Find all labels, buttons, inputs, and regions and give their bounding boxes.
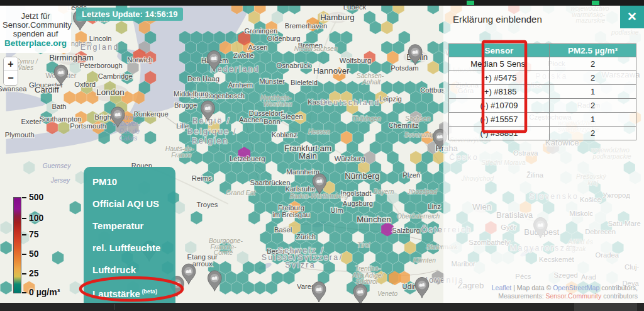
map-label: Plzeň bbox=[402, 171, 420, 179]
sensor-community-link[interactable]: Sensor.Community bbox=[546, 292, 602, 300]
sensor-pin[interactable] bbox=[353, 285, 367, 303]
browser-chrome-top bbox=[0, 0, 644, 6]
osm-link[interactable]: OpenStreetMap bbox=[553, 284, 599, 291]
layer-menu-item-rel-luftfeuchte[interactable]: rel. Luftfeuchte bbox=[84, 237, 175, 259]
close-icon[interactable]: ✕ bbox=[620, 6, 644, 28]
map-label: Belgien bbox=[192, 137, 228, 145]
map-label: Veneto bbox=[377, 290, 398, 297]
attribution-text: Measurements: bbox=[498, 292, 545, 300]
map-label: Trentino- bbox=[355, 265, 380, 272]
color-scale-legend: 5001007550250 µg/m³ bbox=[13, 197, 21, 293]
map-label: Nederland bbox=[210, 65, 260, 74]
map-label: Jihozápad bbox=[406, 188, 436, 195]
attribution-text: | Map data © bbox=[511, 284, 553, 291]
attribution-text: contributors bbox=[601, 292, 638, 300]
zoom-in-button[interactable]: + bbox=[4, 57, 18, 71]
map-label: Oxford bbox=[74, 81, 96, 88]
map-label: Main bbox=[299, 151, 317, 161]
map-label: Cardiff bbox=[35, 85, 59, 94]
map-label: Sachsen bbox=[405, 115, 430, 122]
panel-title: Erklärung einblenden bbox=[453, 14, 542, 25]
table-row: (+) #54752 bbox=[449, 71, 636, 85]
layer-menu: PM10Official AQI USTemperaturrel. Luftfe… bbox=[84, 167, 175, 311]
map-label: Wolfsburg bbox=[340, 57, 372, 64]
map-label: Bayern bbox=[374, 188, 394, 195]
zoom-control: + − bbox=[3, 57, 18, 86]
layer-menu-item-official-aqi-us[interactable]: Official AQI US bbox=[84, 193, 175, 215]
donation-line: Jetzt für bbox=[3, 12, 69, 21]
layer-menu-item-lautst-rke[interactable]: Lautstärke (beta) bbox=[84, 281, 175, 303]
map-label: Lincoln bbox=[89, 35, 112, 42]
layer-menu-item-pm10[interactable]: PM10 bbox=[84, 171, 175, 193]
map-label: Mannheim bbox=[286, 168, 319, 176]
map-label: England bbox=[80, 43, 119, 52]
chrome-chip bbox=[467, 1, 474, 5]
table-cell: (-) #15557 bbox=[449, 113, 550, 127]
map-label: Wales bbox=[16, 64, 33, 71]
map-label: Osnabrück bbox=[277, 62, 311, 69]
table-cell: (+) #8185 bbox=[449, 85, 550, 99]
layer-menu-item-luftdruck[interactable]: Luftdruck bbox=[84, 259, 175, 281]
map-label: Norwich bbox=[127, 56, 153, 64]
map-label: Guernsey bbox=[43, 162, 71, 169]
map-label: Baden-Württemberg bbox=[290, 193, 348, 200]
table-cell: 2 bbox=[550, 127, 636, 140]
map-attribution: Leaflet | Map data © OpenStreetMap contr… bbox=[492, 284, 638, 300]
map-label: Ulm bbox=[331, 206, 343, 214]
zoom-out-button[interactable]: − bbox=[4, 71, 18, 85]
map-label: België / bbox=[192, 116, 230, 125]
map-label: Bonn bbox=[264, 118, 280, 125]
map-label: Hamburg bbox=[320, 13, 354, 22]
donation-line: spenden auf bbox=[3, 30, 69, 38]
map-label: Niedersachsen bbox=[294, 45, 338, 52]
map-label: London bbox=[96, 88, 124, 97]
map-label: Deutschland bbox=[321, 98, 380, 107]
map-label: Westfalen bbox=[264, 101, 292, 108]
layer-menu-item-temperatur[interactable]: Temperatur bbox=[84, 215, 175, 237]
chrome-divider bbox=[114, 304, 114, 310]
app-window: { "donation": {"line1": "Jetzt für", "li… bbox=[0, 0, 644, 311]
map-label: Plymouth bbox=[5, 131, 35, 139]
legend-gradient-bar bbox=[13, 197, 21, 293]
map-label: France bbox=[171, 152, 191, 159]
leaflet-link[interactable]: Leaflet bbox=[492, 284, 512, 291]
map-label: Hannover bbox=[313, 66, 350, 76]
map-label: Bielefeld bbox=[291, 79, 318, 86]
map-label: Zwolle bbox=[233, 52, 254, 59]
map-label: Den Haag bbox=[187, 75, 219, 82]
map-label: Zürich bbox=[296, 233, 316, 240]
map-label: Pas de bbox=[119, 128, 140, 135]
map-label: Reims bbox=[192, 174, 212, 182]
map-label: Basel bbox=[274, 226, 292, 234]
map-label: Comté bbox=[214, 249, 233, 256]
map-label: Peterborough bbox=[80, 62, 123, 69]
map-label: Tirol bbox=[357, 242, 370, 249]
map-label: Linz bbox=[428, 203, 441, 210]
map-label: Grand Est bbox=[226, 189, 255, 196]
table-row: Median 5 Sens.2 bbox=[449, 57, 636, 71]
map-label: Thüringen bbox=[352, 115, 381, 122]
donation-box: Jetzt für Sensor.Community spenden auf B… bbox=[0, 6, 71, 53]
map-label: Assen bbox=[248, 43, 267, 51]
map-label: Calais bbox=[119, 135, 138, 142]
table-cell: (-) #10709 bbox=[449, 99, 550, 113]
browser-chrome-bottom bbox=[0, 303, 644, 311]
table-header: Sensor bbox=[449, 44, 550, 57]
map-label: Oldenburg bbox=[267, 35, 301, 42]
table-cell: Median 5 Sens. bbox=[449, 57, 550, 71]
map-label: Kärnten bbox=[413, 257, 436, 264]
map-label: Leipzig bbox=[379, 95, 402, 103]
sensor-pin[interactable] bbox=[312, 282, 326, 302]
map-label: im Breisgau bbox=[272, 211, 309, 218]
table-row: (-) #155571 bbox=[449, 113, 636, 127]
table-cell: 1 bbox=[550, 85, 636, 99]
table-cell: 1 bbox=[550, 113, 636, 127]
map-label: Anhalt bbox=[362, 79, 381, 86]
map-label: Münster bbox=[259, 77, 285, 85]
betterplace-link[interactable]: Betterplace.org bbox=[3, 39, 69, 48]
map-label: Portsmouth bbox=[70, 122, 106, 130]
map-label: Cambridge bbox=[98, 72, 133, 80]
table-row: (+) #81851 bbox=[449, 85, 636, 99]
map-label: arroux bbox=[192, 260, 213, 268]
map-label: Svizra bbox=[285, 261, 316, 269]
